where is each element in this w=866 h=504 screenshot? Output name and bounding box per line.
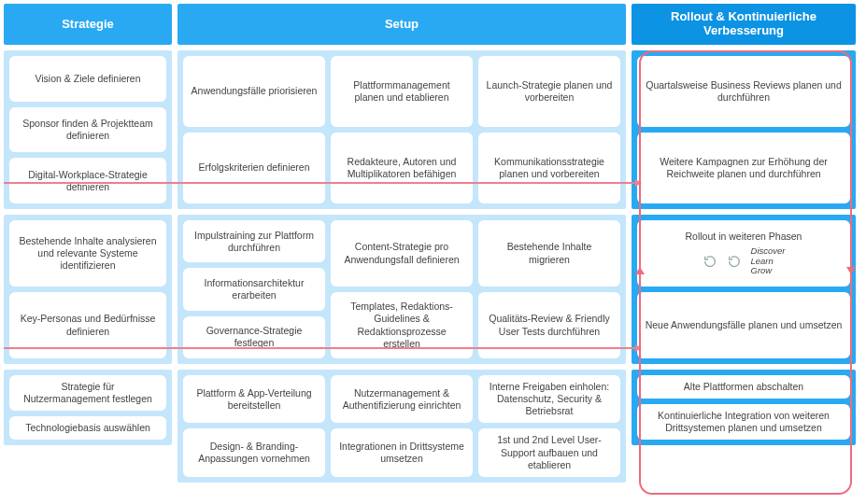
rollout-band-2: Rollout in weiteren Phasen Discover Lear…: [632, 215, 856, 364]
cell: Weitere Kampagnen zur Erhöhung der Reich…: [637, 133, 850, 203]
cell: Erfolgskriterien definieren: [183, 133, 325, 203]
cell: Nutzermanagement & Authentifizierung ein…: [331, 375, 473, 423]
column-setup: Setup Anwendungsfälle priorisieren Platt…: [177, 4, 626, 483]
cell: Bestehende Inhalte analysieren und relev…: [9, 220, 166, 287]
strategy-band-2: Bestehende Inhalte analysieren und relev…: [4, 215, 172, 364]
cell: Sponsor finden & Projektteam definieren: [9, 107, 166, 153]
strategy-band-1: Vision & Ziele definieren Sponsor finden…: [4, 50, 172, 209]
cell: Strategie für Nutzermanagement festlegen: [9, 375, 166, 411]
cell: Bestehende Inhalte migrieren: [478, 220, 620, 287]
phase-row: Discover Learn Grow: [703, 246, 786, 275]
cell: Anwendungsfälle priorisieren: [183, 56, 325, 127]
cell: Plattform & App-Verteilung bereitstellen: [183, 375, 325, 423]
flow-arrow-row3: [4, 347, 641, 349]
cell: Digital-Workplace-Strategie definieren: [9, 158, 166, 203]
cell: Content-Strategie pro Anwendungsfall def…: [331, 220, 473, 287]
header-rollout: Rollout & Kontinuierliche Verbesserung: [632, 4, 856, 45]
setup-mid-left-stack: Impulstraining zur Plattform durchführen…: [183, 220, 325, 358]
phase-words: Discover Learn Grow: [751, 246, 786, 275]
phase-title: Rollout in weiteren Phasen: [686, 231, 802, 243]
cycle-icon: [727, 254, 742, 269]
cell: Kommunikations­strategie planen und vorb…: [478, 133, 620, 203]
setup-band-1: Anwendungsfälle priorisieren Plattformma…: [177, 50, 626, 209]
header-strategy: Strategie: [4, 4, 172, 45]
rollout-band-3: Alte Plattformen abschalten Kontinuierli…: [632, 370, 856, 445]
cell: Kontinuierliche Integration von weiteren…: [637, 404, 850, 440]
strategy-band-3: Strategie für Nutzermanagement festlegen…: [4, 370, 172, 445]
setup-band-3: Plattform & App-Verteilung bereitstellen…: [177, 370, 626, 483]
rollout-band-1: Quartalsweise Business Reviews planen un…: [632, 50, 856, 209]
cell-phase: Rollout in weiteren Phasen Discover Lear…: [637, 220, 850, 287]
cell: Vision & Ziele definieren: [9, 56, 166, 102]
cell: 1st und 2nd Level User-Support aufbauen …: [478, 428, 620, 476]
phase-word: Grow: [751, 266, 786, 275]
cycle-icon: [703, 254, 717, 269]
cell: Impulstraining zur Plattform durchführen: [183, 220, 325, 262]
column-rollout: Rollout & Kontinuierliche Verbesserung Q…: [632, 4, 856, 483]
cell: Launch-Strategie planen und vorbereiten: [478, 56, 620, 127]
header-setup: Setup: [177, 4, 626, 45]
cell: Technologiebasis auswählen: [9, 416, 166, 440]
setup-band-2: Impulstraining zur Plattform durchführen…: [177, 215, 626, 364]
flow-arrow-row2: [4, 182, 641, 184]
cell: Alte Plattformen abschalten: [637, 375, 850, 399]
cell: Governance-Strategie festlegen: [183, 316, 325, 358]
column-strategy: Strategie Vision & Ziele definieren Spon…: [4, 4, 172, 483]
cell: Redakteure, Autoren und Multiplikatoren …: [331, 133, 473, 203]
cell: Plattformmanagement planen und etabliere…: [331, 56, 473, 127]
framework-diagram: Strategie Vision & Ziele definieren Spon…: [0, 0, 866, 486]
cell: Design- & Branding-Anpassungen vornehmen: [183, 428, 325, 476]
cell: Integrationen in Drittsysteme umsetzen: [331, 428, 473, 476]
cell: Quartalsweise Business Reviews planen un…: [637, 56, 850, 127]
cell: Interne Freigaben einholen: Datenschutz,…: [478, 375, 620, 423]
cell: Neue Anwendungsfälle planen und umsetzen: [637, 292, 850, 358]
cell: Informationsarchitektur erarbeiten: [183, 268, 325, 310]
